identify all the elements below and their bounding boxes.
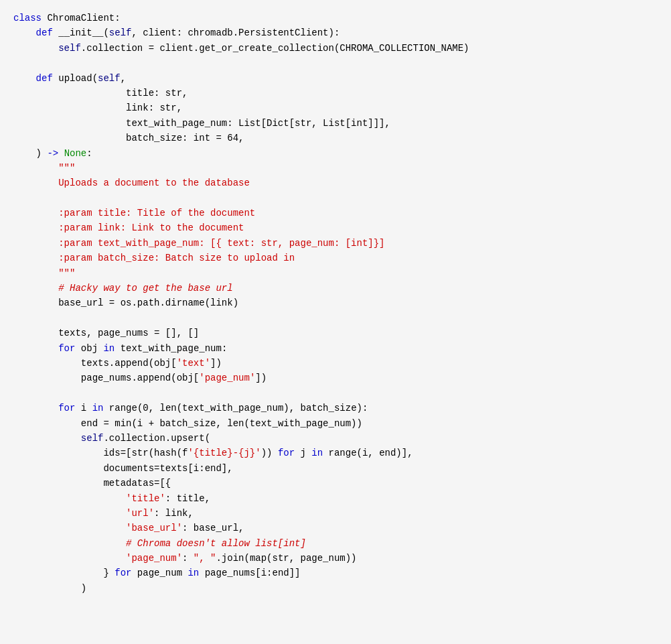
param-doc-3: :param text_with_page_num: [{ text: str,… — [58, 238, 384, 249]
string-page-num: 'page_num' — [199, 373, 255, 383]
for-keyword-4: for — [115, 568, 131, 578]
comment-2: # Chroma doesn't allow list[int] — [126, 538, 306, 549]
def-keyword-2: def — [36, 73, 53, 84]
self-3: self — [98, 73, 121, 84]
in-keyword-2: in — [92, 403, 104, 413]
in-keyword-4: in — [188, 568, 199, 578]
string-fstring: '{title}-{j}' — [188, 448, 260, 458]
self-4: self — [81, 433, 104, 444]
for-keyword-3: for — [278, 448, 295, 458]
docstring-open: """ — [58, 163, 75, 174]
docstring-close: """ — [58, 268, 75, 279]
param-doc-4: :param batch_size: Batch size to upload … — [58, 253, 295, 263]
code-editor: class ChromaClient: def __init__(self, c… — [0, 0, 671, 644]
def-keyword-1: def — [36, 27, 53, 38]
for-keyword-2: for — [58, 403, 75, 413]
none-keyword: None — [64, 148, 87, 159]
string-url-key: 'url' — [126, 508, 154, 519]
string-title-key: 'title' — [126, 493, 165, 504]
in-keyword-3: in — [311, 448, 323, 458]
arrow-1: -> — [47, 148, 58, 159]
class-name: ChromaClient — [47, 13, 115, 23]
class-keyword: class — [13, 13, 42, 23]
param-doc-2: :param link: Link to the document — [58, 222, 244, 233]
docstring-line-1: Uploads a document to the database — [58, 178, 250, 188]
string-base-url-key: 'base_url' — [126, 523, 182, 533]
string-join-sep: ", " — [194, 553, 216, 564]
string-page-num-key: 'page_num' — [126, 553, 182, 564]
string-text: 'text' — [177, 358, 210, 369]
self-2: self — [58, 43, 81, 54]
in-keyword-1: in — [103, 343, 115, 354]
comment-1: # Hacky way to get the base url — [58, 283, 232, 294]
param-doc-1: :param title: Title of the document — [58, 208, 255, 218]
code-content: class ChromaClient: def __init__(self, c… — [13, 11, 658, 596]
for-keyword-1: for — [58, 343, 75, 354]
self-1: self — [109, 27, 132, 38]
